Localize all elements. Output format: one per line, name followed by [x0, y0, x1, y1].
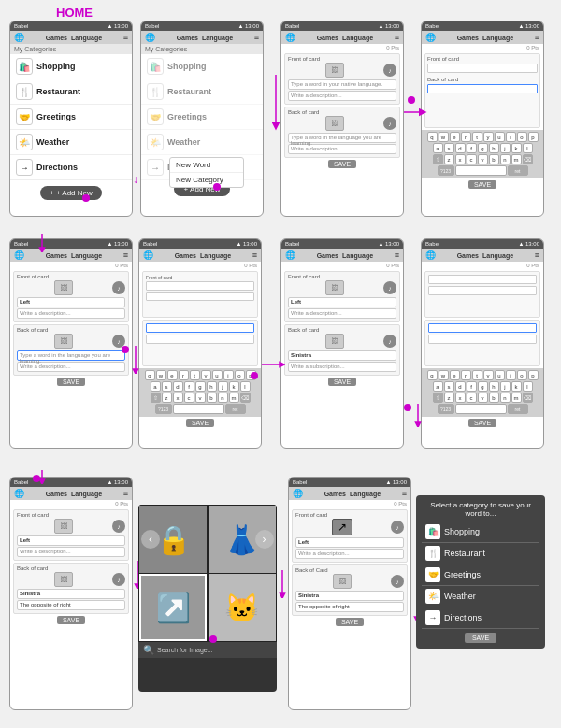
save-btn-2-4[interactable]: SAVE — [468, 419, 496, 427]
input-active-1-4[interactable] — [427, 84, 538, 93]
dropdown-shopping[interactable]: 🛍️ Shopping — [422, 521, 539, 543]
native-desc-input-1-3[interactable]: Write a description... — [288, 91, 396, 101]
left-3-1[interactable]: Left — [17, 535, 125, 546]
dropdown-save-btn[interactable]: SAVE — [465, 633, 496, 643]
foreign-desc-2-1[interactable]: Write a description... — [17, 362, 125, 372]
cat-item-weather-1-2[interactable]: 🌤️ Weather — [141, 130, 263, 155]
back-img-3-1[interactable]: 🖼 — [54, 572, 73, 587]
key-f[interactable]: f — [467, 143, 477, 153]
sinistra-input-2-3[interactable]: Sinistra — [288, 350, 396, 361]
key-i[interactable]: i — [506, 132, 516, 142]
sinistra-3-1[interactable]: Sinistra — [17, 589, 125, 599]
back-img-2-3[interactable]: 🖼 — [325, 334, 344, 349]
front-audio-3-2[interactable]: ♪ — [391, 521, 404, 534]
key-a[interactable]: a — [433, 143, 443, 153]
tab-games-1-1[interactable]: Games — [46, 35, 67, 41]
save-btn-2-3[interactable]: SAVE — [328, 378, 356, 386]
native-word-input-1-3[interactable]: Type a word in your native language. — [288, 79, 396, 90]
save-btn-3-2[interactable]: SAVE — [336, 618, 364, 626]
img-cell-4[interactable]: 🐱 — [209, 574, 276, 641]
back-img-3-2[interactable]: 🖼 — [333, 574, 352, 589]
popup-new-category[interactable]: New Category — [170, 173, 243, 187]
back-audio-3-2[interactable]: ♪ — [391, 575, 404, 588]
tab-language-1-4[interactable]: Language — [482, 35, 513, 41]
foreign-word-input-1-3[interactable]: Type a word in the language you are lear… — [288, 133, 396, 143]
desc-3-1[interactable]: Write a description... — [17, 547, 125, 557]
popup-new-word[interactable]: New Word — [170, 158, 243, 173]
dropdown-weather[interactable]: 🌤️ Weather — [422, 586, 539, 607]
cat-item-greetings-1-1[interactable]: 🤝 Greetings — [10, 105, 132, 130]
opp-3-2[interactable]: The opposite of right — [295, 602, 404, 612]
save-btn-1-3[interactable]: SAVE — [328, 160, 356, 168]
foreign-input-2-1[interactable]: Type a word in the language you are lear… — [17, 350, 125, 361]
front-audio-2-1[interactable]: ♪ — [112, 281, 125, 294]
add-new-btn-1-1[interactable]: + + Add New — [40, 186, 102, 200]
desc-3-2[interactable]: Write a description... — [295, 549, 404, 559]
key-u[interactable]: u — [495, 132, 505, 142]
arrow-right-img[interactable]: › — [255, 530, 274, 549]
save-btn-2-1[interactable]: SAVE — [57, 378, 85, 386]
key-r[interactable]: r — [461, 132, 471, 142]
key-n[interactable]: n — [500, 154, 511, 164]
dropdown-greetings[interactable]: 🤝 Greetings — [422, 564, 539, 586]
key-l[interactable]: l — [523, 143, 533, 153]
key-h[interactable]: h — [489, 143, 499, 153]
key-t[interactable]: t — [472, 132, 482, 142]
key-c[interactable]: c — [467, 154, 477, 164]
save-btn-3-1[interactable]: SAVE — [57, 616, 85, 624]
key-x[interactable]: x — [455, 154, 466, 164]
menu-icon-1-3[interactable]: ≡ — [395, 33, 399, 42]
back-audio-3-1[interactable]: ♪ — [112, 573, 125, 586]
left-3-2[interactable]: Left — [295, 537, 404, 548]
desc-input-2-1[interactable]: Write a description... — [17, 308, 125, 319]
left-input-2-1[interactable]: Left — [17, 297, 125, 307]
cat-item-restaurant-1-1[interactable]: 🍴 Restaurant — [10, 79, 132, 105]
key-b[interactable]: b — [489, 154, 499, 164]
menu-icon-1-2[interactable]: ≡ — [254, 33, 259, 42]
front-img-2-3[interactable]: 🖼 — [325, 280, 344, 295]
dropdown-restaurant[interactable]: 🍴 Restaurant — [422, 543, 539, 564]
tab-language-1-1[interactable]: Language — [71, 35, 102, 41]
key-backspace[interactable]: ⌫ — [523, 154, 533, 164]
foreign-desc-input-1-3[interactable]: Write a description... — [288, 144, 396, 154]
save-btn-2-2[interactable]: SAVE — [186, 419, 214, 427]
front-img-1-3[interactable]: 🖼 — [325, 63, 344, 78]
tab-language-1-2[interactable]: Language — [202, 35, 233, 41]
cat-item-directions-1-1[interactable]: → Directions — [10, 155, 132, 180]
front-img-selected-3-2[interactable]: ↗ — [332, 519, 352, 535]
key-return[interactable]: ret — [508, 165, 528, 176]
globe-icon-1-3[interactable]: 🌐 — [285, 33, 295, 42]
cat-item-greetings-1-2[interactable]: 🤝 Greetings — [141, 105, 263, 130]
key-o[interactable]: o — [517, 132, 527, 142]
key-z[interactable]: z — [444, 154, 454, 164]
cat-item-shopping-1-1[interactable]: 🛍️ Shopping — [10, 54, 132, 79]
key-g[interactable]: g — [478, 143, 488, 153]
key-v[interactable]: v — [478, 154, 488, 164]
front-audio-2-3[interactable]: ♪ — [383, 281, 396, 294]
globe-icon-2-1[interactable]: 🌐 — [14, 250, 24, 260]
menu-icon-1-4[interactable]: ≡ — [535, 33, 539, 42]
key-m[interactable]: m — [511, 154, 522, 164]
img-cell-1[interactable]: 🔒 ‹ — [139, 506, 207, 573]
arrow-left-img[interactable]: ‹ — [141, 530, 160, 549]
key-s[interactable]: s — [444, 143, 454, 153]
key-p[interactable]: p — [528, 132, 539, 142]
key-y[interactable]: y — [483, 132, 494, 142]
input-partial-1-4[interactable] — [427, 64, 538, 73]
tab-games-1-4[interactable]: Games — [457, 35, 479, 41]
sinistra-3-2[interactable]: Sinistra — [295, 591, 404, 601]
key-shift[interactable]: ⇧ — [433, 154, 443, 164]
globe-icon-1-4[interactable]: 🌐 — [425, 33, 436, 42]
back-img-2-1[interactable]: 🖼 — [54, 334, 73, 349]
key-q-2[interactable]: q — [145, 370, 155, 380]
tab-games-1-2[interactable]: Games — [177, 35, 198, 41]
img-cell-2[interactable]: 👗 › — [209, 506, 276, 573]
key-k[interactable]: k — [511, 143, 522, 153]
front-audio-3-1[interactable]: ♪ — [112, 520, 125, 533]
back-audio-1-3[interactable]: ♪ — [383, 117, 396, 130]
desc-2-3[interactable]: Write a description... — [288, 308, 396, 319]
menu-icon-1-1[interactable]: ≡ — [123, 33, 128, 42]
key-space[interactable] — [455, 165, 507, 176]
save-btn-1-4[interactable]: SAVE — [468, 180, 496, 189]
front-img-3-1[interactable]: 🖼 — [54, 519, 73, 534]
